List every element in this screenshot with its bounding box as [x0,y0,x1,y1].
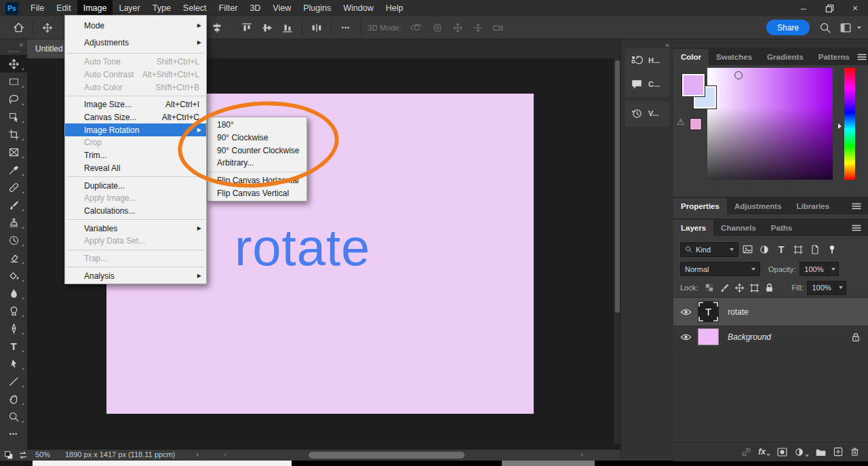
menu-item-trim[interactable]: Trim... [65,149,206,162]
menu-layer[interactable]: Layer [113,0,146,16]
color-picker-cursor[interactable] [734,71,743,79]
healing-brush-tool[interactable] [0,178,27,196]
properties-panel-menu-icon[interactable] [852,203,861,210]
dodge-tool[interactable] [0,302,27,319]
menu-file[interactable]: File [24,0,50,16]
brush-tool[interactable] [0,196,27,214]
horizontal-scrollbar-thumb[interactable] [309,452,465,459]
add-mask-icon[interactable] [776,446,788,458]
object-selection-tool[interactable] [0,108,27,125]
layers-panel-menu-icon[interactable] [852,225,861,231]
menu-filter[interactable]: Filter [213,0,244,16]
tab-color[interactable]: Color [673,49,709,65]
menu-item-adjustments[interactable]: Adjustments▶ [65,34,206,51]
menu-item-canvas-size[interactable]: Canvas Size...Alt+Ctrl+C [65,111,206,124]
fill-caret-icon[interactable] [835,281,846,295]
search-icon[interactable] [815,18,835,37]
layer-row-background[interactable]: Background [673,326,868,349]
restore-button[interactable] [816,0,842,16]
delete-layer-icon[interactable] [850,446,860,457]
scroll-right-icon[interactable]: › [580,450,583,459]
menu-item-image-rotation[interactable]: Image Rotation▶ [65,123,206,136]
gamut-warning-icon[interactable]: ⚠ [677,117,685,127]
menu-image[interactable]: Image [77,0,113,16]
menu-item-mode[interactable]: Mode▶ [65,17,206,34]
status-chevron-icon[interactable]: › [196,450,199,459]
tab-properties[interactable]: Properties [673,198,727,214]
layer-thumbnail-text[interactable]: T [698,301,719,322]
align-vertical-centers-icon[interactable] [257,18,277,37]
line-tool[interactable] [0,372,27,390]
history-brush-tool[interactable] [0,231,27,249]
move-tool-options-icon[interactable] [37,18,58,37]
menu-plugins[interactable]: Plugins [297,0,337,16]
toolbar-grip[interactable] [8,51,19,52]
blur-tool[interactable] [0,284,27,302]
tab-paths[interactable]: Paths [764,220,800,236]
link-layers-icon[interactable] [741,446,752,458]
zoom-tool[interactable] [0,408,27,425]
filter-type-layers-icon[interactable]: T [773,241,789,258]
move-tool[interactable] [0,55,27,73]
submenu-item-90-clockwise[interactable]: 90° Clockwise [208,132,307,144]
fill-value[interactable]: 100% [807,281,835,295]
gamut-color-swatch[interactable] [690,118,702,130]
align-bottom-edges-icon[interactable] [277,18,298,37]
lock-artboard-icon[interactable] [747,280,762,295]
marquee-tool[interactable] [0,73,27,90]
history-panel-button[interactable]: H... [625,48,670,72]
lock-position-icon[interactable] [732,280,747,295]
filter-adjustment-layers-icon[interactable] [756,241,772,258]
layer-row-rotate[interactable]: T rotate [673,298,868,326]
layer-style-button[interactable]: fx [758,447,770,457]
workspace-caret-icon[interactable] [857,26,861,29]
background-lock-icon[interactable] [852,332,860,342]
version-history-panel-button[interactable]: V... [625,101,670,125]
layer-filter-dropdown[interactable]: Kind [680,242,738,257]
layer-name[interactable]: Background [728,332,771,342]
edit-toolbar-icon[interactable]: ••• [0,425,27,443]
menu-item-variables[interactable]: Variables▶ [65,222,206,235]
gradient-tool[interactable] [0,267,27,284]
tab-adjustments[interactable]: Adjustments [727,198,789,214]
menu-help[interactable]: Help [380,0,410,16]
tab-libraries[interactable]: Libraries [789,198,837,214]
menu-select[interactable]: Select [177,0,213,16]
blend-mode-dropdown[interactable]: Normal [680,262,760,276]
menu-item-image-size[interactable]: Image Size...Alt+Ctrl+I [65,98,206,111]
frame-tool[interactable] [0,143,27,161]
scroll-left-icon[interactable]: ‹ [224,450,226,459]
path-selection-tool[interactable] [0,355,27,372]
layer-visibility-icon[interactable] [673,333,698,341]
adjustment-layer-icon[interactable] [794,447,809,457]
layer-visibility-icon[interactable] [673,308,698,316]
tab-swatches[interactable]: Swatches [709,49,760,65]
lock-all-icon[interactable] [762,280,776,295]
crop-tool[interactable] [0,125,27,143]
type-tool[interactable]: T [0,337,27,355]
saturation-field[interactable] [707,68,833,180]
tab-layers[interactable]: Layers [673,220,713,236]
hand-tool[interactable] [0,390,27,408]
filter-shape-layers-icon[interactable] [790,241,806,258]
lock-pixels-icon[interactable] [717,280,732,295]
color-panel-menu-icon[interactable] [857,54,867,60]
clone-stamp-tool[interactable] [0,214,27,231]
hue-slider[interactable] [844,68,855,180]
filter-pixel-layers-icon[interactable] [739,241,755,258]
more-options-icon[interactable]: ••• [336,18,356,37]
swap-arrows-icon[interactable] [18,450,28,460]
layer-thumbnail-color[interactable] [698,328,719,345]
submenu-item-90-counter-clockwise[interactable]: 90° Counter Clockwise [208,144,307,157]
filter-pin-toggle-icon[interactable] [824,241,840,258]
menu-view[interactable]: View [267,0,297,16]
minimize-button[interactable]: – [791,0,816,16]
new-layer-icon[interactable] [833,446,844,457]
menu-item-reveal-all[interactable]: Reveal All [65,162,206,175]
tab-channels[interactable]: Channels [713,220,764,236]
submenu-item-flip-horizontal[interactable]: Flip Canvas Horizontal [208,174,307,187]
menu-item-analysis[interactable]: Analysis▶ [65,269,206,282]
opacity-caret-icon[interactable] [828,262,839,276]
pen-tool[interactable] [0,319,27,337]
tab-patterns[interactable]: Patterns [811,49,857,65]
